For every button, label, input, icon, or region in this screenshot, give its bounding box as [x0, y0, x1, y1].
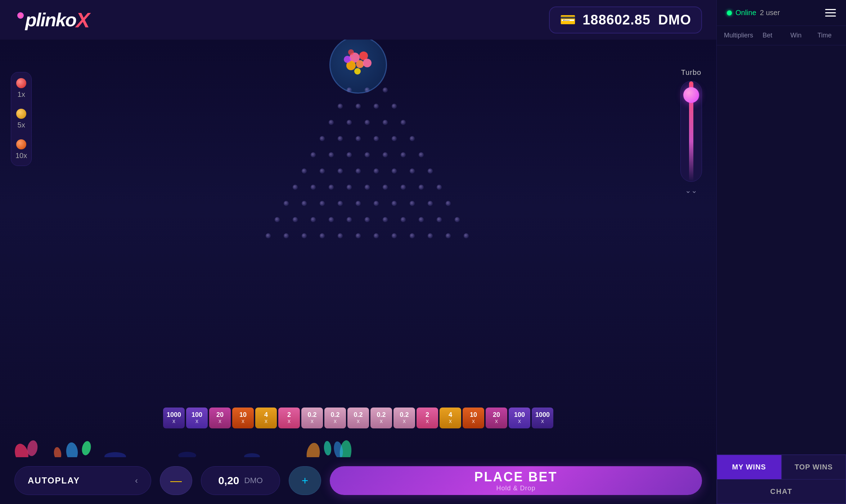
svg-point-18 — [383, 120, 388, 125]
bucket-item: 0.2 x — [347, 408, 369, 428]
bucket-item: 2 x — [278, 408, 300, 428]
svg-point-60 — [275, 217, 280, 222]
mult-label-5x: 5x — [18, 121, 25, 129]
mult-label-10x: 10x — [15, 152, 27, 160]
place-bet-main-label: PLACE BET — [474, 469, 557, 485]
svg-point-3 — [356, 60, 364, 68]
user-count: 2 user — [760, 9, 780, 17]
turbo-slider[interactable] — [680, 81, 702, 182]
multiplier-panel: 1x 5x 10x — [11, 72, 32, 166]
svg-point-88 — [339, 440, 352, 457]
svg-point-36 — [356, 168, 361, 174]
mult-ball-5x — [16, 109, 26, 119]
turbo-thumb[interactable] — [683, 87, 699, 103]
svg-point-21 — [338, 136, 343, 141]
turbo-label: Turbo — [681, 68, 702, 77]
svg-point-90 — [305, 442, 321, 457]
svg-point-17 — [365, 120, 370, 125]
bucket-item: 2 x — [417, 408, 438, 428]
svg-point-23 — [374, 136, 379, 141]
mult-label-1x: 1x — [18, 90, 25, 99]
buckets-row: 1000 x 100 x 20 x 10 x 4 x 2 x 0.2 x 0.2… — [163, 408, 553, 428]
svg-point-56 — [392, 201, 397, 206]
svg-point-80 — [428, 233, 433, 238]
svg-point-22 — [356, 136, 361, 141]
svg-point-26 — [311, 152, 316, 157]
launcher-circle — [329, 40, 387, 94]
mult-item-10x: 10x — [15, 139, 27, 160]
svg-point-67 — [401, 217, 406, 222]
svg-point-52 — [320, 201, 325, 206]
bucket-item: 0.2 x — [324, 408, 346, 428]
bucket-item: 100 x — [509, 408, 530, 428]
svg-point-35 — [338, 168, 343, 174]
svg-point-44 — [347, 185, 352, 190]
svg-point-16 — [347, 120, 352, 125]
svg-point-79 — [410, 233, 415, 238]
top-wins-tab[interactable]: TOP WINS — [782, 455, 846, 480]
hamburger-line-3 — [825, 15, 836, 17]
svg-point-81 — [446, 233, 451, 238]
svg-point-54 — [356, 201, 361, 206]
svg-point-47 — [401, 185, 406, 190]
place-bet-button[interactable]: PLACE BET Hold & Drop — [330, 466, 702, 495]
svg-point-48 — [419, 185, 424, 190]
online-dot — [727, 10, 732, 15]
bucket-item: 10 x — [463, 408, 484, 428]
svg-point-61 — [293, 217, 298, 222]
svg-point-83 — [13, 442, 30, 457]
hamburger-menu[interactable] — [825, 9, 836, 17]
svg-point-65 — [365, 217, 370, 222]
mult-ball-10x — [16, 139, 26, 149]
svg-point-69 — [437, 217, 442, 222]
svg-point-92 — [104, 452, 126, 457]
svg-point-53 — [338, 201, 343, 206]
online-label: Online — [735, 9, 756, 17]
main-layout: plinko X 💳 188602.85 DMO — [0, 0, 846, 504]
svg-point-33 — [302, 168, 307, 174]
minus-button[interactable]: — — [160, 466, 192, 495]
hamburger-line-1 — [825, 9, 836, 10]
svg-point-57 — [410, 201, 415, 206]
svg-point-41 — [293, 185, 298, 190]
my-wins-tab[interactable]: MY WINS — [717, 455, 782, 480]
bucket-item: 0.2 x — [370, 408, 392, 428]
turbo-panel: Turbo ⌄⌄ — [680, 68, 702, 195]
svg-point-11 — [338, 104, 343, 109]
game-canvas: 1x 5x 10x Turbo ⌄⌄ — [0, 40, 716, 457]
svg-point-32 — [419, 152, 424, 157]
chat-tab[interactable]: CHAT — [717, 480, 846, 504]
svg-point-84 — [26, 440, 39, 457]
hamburger-line-2 — [825, 12, 836, 13]
svg-point-34 — [320, 168, 325, 174]
svg-point-28 — [347, 152, 352, 157]
svg-point-55 — [374, 201, 379, 206]
bet-currency: DMO — [244, 476, 263, 485]
bucket-item: 20 x — [209, 408, 231, 428]
svg-point-39 — [410, 168, 415, 174]
balance-amount: 188602.85 DMO — [582, 12, 691, 28]
svg-point-19 — [401, 120, 406, 125]
svg-point-70 — [455, 217, 460, 222]
bucket-item: 4 x — [255, 408, 277, 428]
bucket-item: 1000 x — [163, 408, 185, 428]
autoplay-button[interactable]: AUTOPLAY ‹ — [14, 466, 151, 495]
bucket-item: 10 x — [232, 408, 254, 428]
svg-point-86 — [81, 440, 92, 456]
sidebar-header: Online 2 user — [717, 0, 846, 26]
bet-value: 0,20 — [218, 474, 239, 487]
svg-point-6 — [354, 68, 361, 75]
svg-point-59 — [446, 201, 451, 206]
mult-item-1x: 1x — [16, 78, 26, 99]
bottom-controls: AUTOPLAY ‹ — 0,20 DMO + PLACE BET Hold &… — [0, 457, 716, 504]
col-bet: Bet — [753, 32, 782, 39]
svg-point-58 — [428, 201, 433, 206]
svg-point-13 — [374, 104, 379, 109]
svg-point-93 — [178, 452, 196, 457]
plus-button[interactable]: + — [289, 466, 321, 495]
bucket-item: 1000 x — [532, 408, 553, 428]
svg-point-40 — [428, 168, 433, 174]
svg-point-62 — [311, 217, 316, 222]
col-win: Win — [782, 32, 810, 39]
svg-point-25 — [410, 136, 415, 141]
